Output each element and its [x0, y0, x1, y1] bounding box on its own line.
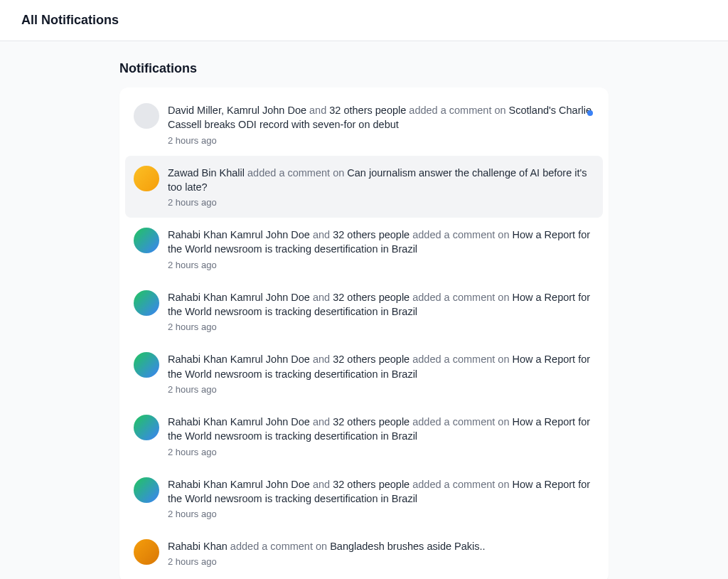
main-container: Notifications David Miller, Kamrul John … — [119, 41, 609, 579]
notification-content: Rahabi Khan Kamrul John Doe and 32 other… — [168, 228, 594, 270]
notification-content: David Miller, Kamrul John Doe and 32 oth… — [168, 103, 594, 146]
notification-time: 2 hours ago — [168, 197, 594, 208]
notification-connector: and — [310, 229, 333, 240]
notification-text: Rahabi Khan Kamrul John Doe and 32 other… — [168, 415, 594, 444]
notification-action: added a comment on — [245, 167, 347, 179]
notification-time: 2 hours ago — [168, 260, 594, 270]
notification-item[interactable]: David Miller, Kamrul John Doe and 32 oth… — [125, 93, 603, 156]
avatar — [134, 166, 159, 191]
avatar — [134, 477, 159, 503]
notification-extra: 32 others people — [329, 105, 406, 116]
notification-content: Rahabi Khan added a comment on Banglades… — [168, 539, 594, 567]
notification-actor: Rahabi Khan Kamrul John Doe — [168, 354, 310, 365]
notification-text: Rahabi Khan Kamrul John Doe and 32 other… — [168, 290, 594, 319]
notification-item[interactable]: Rahabi Khan Kamrul John Doe and 32 other… — [125, 467, 603, 530]
notification-item[interactable]: Rahabi Khan Kamrul John Doe and 32 other… — [125, 342, 603, 405]
page-title: All Notifications — [21, 13, 707, 28]
notification-content: Rahabi Khan Kamrul John Doe and 32 other… — [168, 290, 594, 333]
notification-time: 2 hours ago — [168, 384, 594, 395]
notification-action: added a comment on — [410, 292, 512, 303]
page-header: All Notifications — [0, 0, 728, 41]
notification-extra: 32 others people — [333, 354, 410, 365]
notification-time: 2 hours ago — [168, 556, 594, 567]
avatar — [134, 415, 159, 440]
notification-time: 2 hours ago — [168, 509, 594, 519]
notification-action: added a comment on — [410, 229, 512, 240]
notification-action: added a comment on — [410, 354, 512, 365]
notification-target: Bangladesh brushes aside Pakis.. — [330, 541, 485, 552]
notification-text: Rahabi Khan Kamrul John Doe and 32 other… — [168, 352, 594, 381]
notification-content: Rahabi Khan Kamrul John Doe and 32 other… — [168, 352, 594, 395]
notification-extra: 32 others people — [333, 479, 410, 490]
notification-item[interactable]: Rahabi Khan Kamrul John Doe and 32 other… — [125, 280, 603, 343]
notification-item[interactable]: Zawad Bin Khalil added a comment on Can … — [125, 156, 603, 218]
avatar — [134, 290, 159, 316]
notification-connector: and — [310, 354, 333, 365]
notification-text: Rahabi Khan Kamrul John Doe and 32 other… — [168, 228, 594, 257]
avatar — [134, 228, 159, 253]
notification-action: added a comment on — [410, 479, 512, 490]
avatar — [134, 539, 159, 565]
avatar — [134, 352, 159, 378]
notification-action: added a comment on — [406, 105, 508, 116]
notification-time: 2 hours ago — [168, 135, 594, 146]
notification-connector: and — [310, 292, 333, 303]
notification-item[interactable]: Rahabi Khan Kamrul John Doe and 32 other… — [125, 405, 603, 467]
notification-actor: Rahabi Khan Kamrul John Doe — [168, 292, 310, 303]
notification-content: Rahabi Khan Kamrul John Doe and 32 other… — [168, 415, 594, 457]
notifications-card: David Miller, Kamrul John Doe and 32 oth… — [119, 87, 609, 579]
notification-actor: Rahabi Khan Kamrul John Doe — [168, 416, 310, 427]
notification-actor: Rahabi Khan Kamrul John Doe — [168, 479, 310, 490]
notification-time: 2 hours ago — [168, 447, 594, 457]
notification-text: Rahabi Khan added a comment on Banglades… — [168, 539, 594, 553]
notification-extra: 32 others people — [333, 229, 410, 240]
notification-actor: Rahabi Khan — [168, 541, 228, 552]
notification-text: Zawad Bin Khalil added a comment on Can … — [168, 166, 594, 195]
notification-actor: Zawad Bin Khalil — [168, 167, 245, 179]
section-title: Notifications — [119, 61, 609, 76]
notification-actor: Rahabi Khan Kamrul John Doe — [168, 229, 310, 240]
notification-item[interactable]: Rahabi Khan Kamrul John Doe and 32 other… — [125, 218, 603, 280]
notification-connector: and — [310, 479, 333, 490]
notification-content: Rahabi Khan Kamrul John Doe and 32 other… — [168, 477, 594, 520]
notification-action: added a comment on — [228, 541, 330, 552]
notification-item[interactable]: Rahabi Khan added a comment on Banglades… — [125, 529, 603, 577]
notification-extra: 32 others people — [333, 416, 410, 427]
notification-text: David Miller, Kamrul John Doe and 32 oth… — [168, 103, 594, 132]
notification-connector: and — [310, 416, 333, 427]
notification-action: added a comment on — [410, 416, 512, 427]
avatar — [134, 103, 159, 129]
notification-time: 2 hours ago — [168, 322, 594, 332]
notification-content: Zawad Bin Khalil added a comment on Can … — [168, 166, 594, 208]
notification-extra: 32 others people — [333, 292, 410, 303]
notification-actor: David Miller, Kamrul John Doe — [168, 105, 306, 116]
notification-text: Rahabi Khan Kamrul John Doe and 32 other… — [168, 477, 594, 506]
unread-dot-icon — [587, 110, 593, 116]
notification-connector: and — [306, 105, 329, 116]
